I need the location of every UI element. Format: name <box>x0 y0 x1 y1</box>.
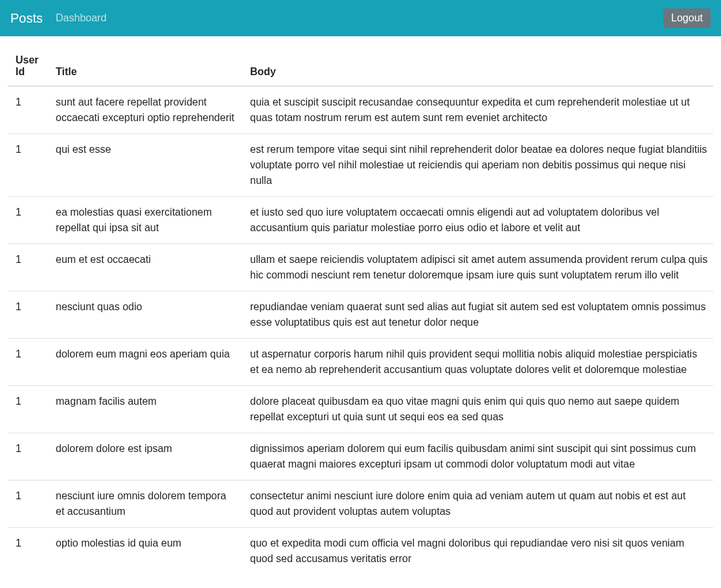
cell-body: dignissimos aperiam dolorem qui eum faci… <box>242 433 713 481</box>
cell-userid: 1 <box>8 291 48 339</box>
navbar-left: Posts Dashboard <box>10 11 106 26</box>
cell-userid: 1 <box>8 134 48 197</box>
navbar: Posts Dashboard Logout <box>0 0 721 36</box>
table-row[interactable]: 1sunt aut facere repellat provident occa… <box>8 86 713 134</box>
cell-body: et iusto sed quo iure voluptatem occaeca… <box>242 197 713 244</box>
cell-title: qui est esse <box>48 134 242 197</box>
cell-userid: 1 <box>8 433 48 481</box>
cell-body: consectetur animi nesciunt iure dolore e… <box>242 481 713 528</box>
navbar-brand[interactable]: Posts <box>10 11 43 26</box>
table-row[interactable]: 1qui est esseest rerum tempore vitae seq… <box>8 134 713 197</box>
cell-title: dolorem dolore est ipsam <box>48 433 242 481</box>
cell-title: magnam facilis autem <box>48 386 242 433</box>
table-row[interactable]: 1magnam facilis autemdolore placeat quib… <box>8 386 713 433</box>
table-row[interactable]: 1eum et est occaecatiullam et saepe reic… <box>8 244 713 291</box>
cell-body: est rerum tempore vitae sequi sint nihil… <box>242 134 713 197</box>
navbar-dashboard-link[interactable]: Dashboard <box>56 12 106 24</box>
cell-title: nesciunt quas odio <box>48 291 242 339</box>
main-container: User Id Title Body 1sunt aut facere repe… <box>0 47 721 574</box>
posts-table: User Id Title Body 1sunt aut facere repe… <box>8 47 713 574</box>
cell-body: repudiandae veniam quaerat sunt sed alia… <box>242 291 713 339</box>
cell-title: optio molestias id quia eum <box>48 528 242 575</box>
cell-body: dolore placeat quibusdam ea quo vitae ma… <box>242 386 713 433</box>
cell-body: quo et expedita modi cum officia vel mag… <box>242 528 713 575</box>
table-row[interactable]: 1nesciunt quas odiorepudiandae veniam qu… <box>8 291 713 339</box>
header-userid: User Id <box>8 47 48 86</box>
cell-userid: 1 <box>8 339 48 386</box>
cell-title: ea molestias quasi exercitationem repell… <box>48 197 242 244</box>
cell-title: sunt aut facere repellat provident occae… <box>48 86 242 134</box>
cell-userid: 1 <box>8 528 48 575</box>
header-title: Title <box>48 47 242 86</box>
header-body: Body <box>242 47 713 86</box>
table-header-row: User Id Title Body <box>8 47 713 86</box>
cell-userid: 1 <box>8 481 48 528</box>
cell-body: quia et suscipit suscipit recusandae con… <box>242 86 713 134</box>
cell-userid: 1 <box>8 386 48 433</box>
table-row[interactable]: 1ea molestias quasi exercitationem repel… <box>8 197 713 244</box>
table-row[interactable]: 1dolorem dolore est ipsamdignissimos ape… <box>8 433 713 481</box>
table-row[interactable]: 1dolorem eum magni eos aperiam quiaut as… <box>8 339 713 386</box>
cell-userid: 1 <box>8 86 48 134</box>
cell-userid: 1 <box>8 244 48 291</box>
cell-body: ut aspernatur corporis harum nihil quis … <box>242 339 713 386</box>
cell-body: ullam et saepe reiciendis voluptatem adi… <box>242 244 713 291</box>
table-row[interactable]: 1optio molestias id quia eumquo et exped… <box>8 528 713 575</box>
logout-button[interactable]: Logout <box>663 8 711 28</box>
cell-title: nesciunt iure omnis dolorem tempora et a… <box>48 481 242 528</box>
cell-title: eum et est occaecati <box>48 244 242 291</box>
table-row[interactable]: 1nesciunt iure omnis dolorem tempora et … <box>8 481 713 528</box>
cell-title: dolorem eum magni eos aperiam quia <box>48 339 242 386</box>
cell-userid: 1 <box>8 197 48 244</box>
